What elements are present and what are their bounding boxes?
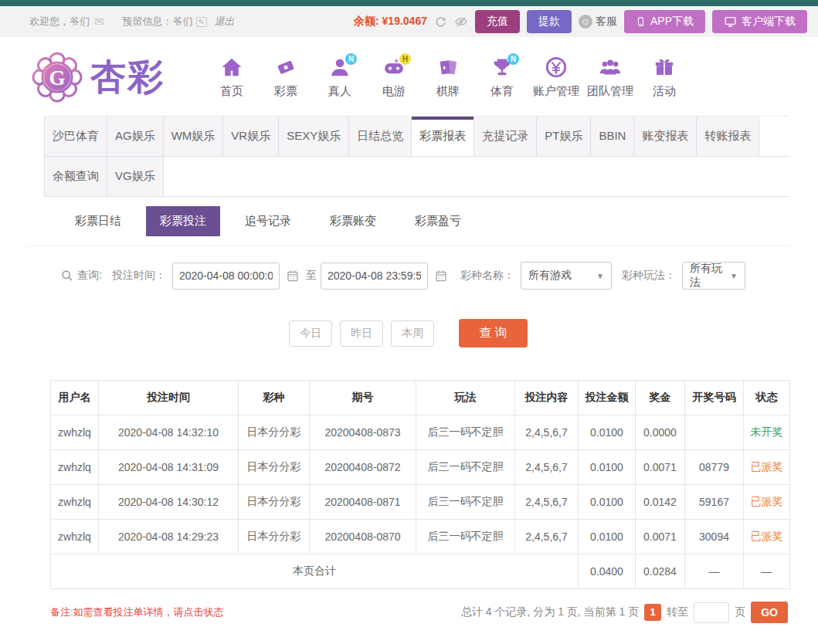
reserved-info-text: 预留信息：爷们: [123, 15, 193, 29]
customer-service-avatar-icon: ☺: [579, 15, 592, 29]
query-label: 查询:: [77, 269, 102, 283]
status-cell[interactable]: 已派奖: [744, 520, 790, 554]
amount-cell: 0.0100: [579, 450, 636, 485]
lottery-cell: 日本分分彩: [239, 520, 310, 554]
tab-row1-0[interactable]: 沙巴体育: [44, 117, 107, 156]
status-cell[interactable]: 已派奖: [744, 450, 790, 485]
tab-row1-1[interactable]: AG娱乐: [107, 117, 164, 156]
site-header: G 杏彩 首页彩票N真人H电游棋牌N体育账户管理团队管理活动: [27, 37, 789, 116]
goto-page-input[interactable]: [694, 602, 729, 623]
svg-text:G: G: [49, 66, 65, 90]
edit-icon[interactable]: ✎: [196, 17, 207, 27]
nav-item-trophy[interactable]: N体育: [475, 56, 529, 99]
nav-item-gamepad[interactable]: H电游: [367, 56, 421, 99]
yesterday-button[interactable]: 昨日: [340, 320, 383, 347]
nav-item-live-person[interactable]: N真人: [313, 56, 367, 99]
user-cell: zwhzlq: [51, 520, 99, 554]
amount-cell: 0.0100: [579, 485, 636, 520]
subtab-1[interactable]: 彩票投注: [146, 206, 220, 236]
bet-time-from-input[interactable]: [172, 263, 280, 290]
site-logo[interactable]: G 杏彩: [32, 52, 165, 103]
tab-row1-8[interactable]: PT娱乐: [537, 117, 591, 156]
tab-row2-1[interactable]: VG娱乐: [107, 157, 164, 196]
subtab-2[interactable]: 追号记录: [231, 206, 305, 236]
trophy-icon: N: [488, 56, 516, 82]
nav-item-label: 账户管理: [529, 84, 583, 99]
nav-item-yen-coin[interactable]: 账户管理: [529, 56, 583, 99]
main-card: G 杏彩 首页彩票N真人H电游棋牌N体育账户管理团队管理活动 沙巴体育AG娱乐W…: [27, 37, 789, 644]
subtab-0[interactable]: 彩票日结: [61, 206, 135, 236]
table-header-cell: 投注金额: [579, 381, 636, 415]
bet-time-to-input[interactable]: [321, 263, 428, 290]
eye-off-icon[interactable]: [454, 15, 468, 28]
tab-row1-6[interactable]: 彩票报表: [412, 117, 474, 156]
nav-item-home[interactable]: 首页: [205, 56, 259, 99]
status-cell[interactable]: 已派奖: [744, 485, 790, 520]
page-unit-label: 页: [735, 605, 745, 619]
tab-row-2: 余额查询VG娱乐: [44, 157, 789, 197]
nav-item-label: 彩票: [259, 84, 313, 99]
tab-row1-5[interactable]: 日结总览: [349, 117, 412, 156]
tab-row1-2[interactable]: WM娱乐: [164, 117, 224, 156]
subtab-3[interactable]: 彩票账变: [316, 206, 390, 236]
table-header-cell: 用户名: [51, 381, 99, 415]
app-download-button[interactable]: APP下载: [624, 10, 705, 33]
time-cell: 2020-04-08 14:31:09: [99, 450, 239, 485]
lottery-cell: 日本分分彩: [239, 450, 310, 485]
nav-item-ticket[interactable]: 彩票: [259, 56, 313, 99]
home-icon: [218, 56, 246, 82]
table-row: zwhzlq2020-04-08 14:29:23日本分分彩20200408-0…: [51, 520, 790, 554]
lottery-subtabs: 彩票日结彩票投注追号记录彩票账变彩票盈亏: [27, 197, 789, 246]
gamepad-icon: H: [380, 56, 408, 82]
summary-row: 本页合计0.04000.0284——: [51, 554, 790, 589]
table-header-cell: 投注内容: [515, 381, 579, 415]
tab-row1-11[interactable]: 转账报表: [697, 117, 759, 156]
lottery-name-select[interactable]: 所有游戏 ▼: [521, 262, 612, 290]
table-header-cell: 玩法: [416, 381, 515, 415]
chevron-down-icon: ▼: [730, 272, 738, 280]
pagination: 总计 4 个记录, 分为 1 页, 当前第 1 页 1 转至 页 GO: [461, 602, 788, 623]
refresh-icon[interactable]: [434, 15, 447, 29]
nav-item-gift[interactable]: 活动: [637, 56, 691, 99]
summary-amount-cell: 0.0400: [579, 554, 636, 589]
nav-item-label: 团队管理: [583, 84, 637, 99]
calendar-icon[interactable]: [435, 269, 447, 282]
tab-row1-9[interactable]: BBIN: [591, 117, 634, 156]
nav-item-cards[interactable]: 棋牌: [421, 56, 475, 99]
this-week-button[interactable]: 本周: [391, 320, 434, 347]
client-download-button[interactable]: 客户端下载: [712, 10, 807, 33]
current-page-badge[interactable]: 1: [644, 604, 661, 621]
top-accent-strip: [0, 0, 818, 6]
go-button[interactable]: GO: [751, 602, 788, 623]
subtab-4[interactable]: 彩票盈亏: [401, 206, 475, 236]
tab-row1-7[interactable]: 充提记录: [474, 117, 537, 156]
logout-link[interactable]: 退出: [215, 15, 235, 29]
tab-row1-4[interactable]: SEXY娱乐: [279, 117, 349, 156]
table-header-cell: 彩种: [239, 381, 310, 415]
app-download-label: APP下载: [650, 15, 694, 29]
status-cell[interactable]: 未开奖: [744, 415, 790, 450]
play-type-select[interactable]: 所有玩法 ▼: [682, 262, 745, 290]
nav-item-team[interactable]: 团队管理: [583, 56, 637, 99]
query-submit-button[interactable]: 查 询: [459, 319, 527, 347]
table-header-cell: 状态: [744, 381, 790, 415]
customer-service-link[interactable]: ☺ 客服: [579, 15, 617, 29]
prize-cell: 0.0071: [636, 520, 685, 554]
recharge-button[interactable]: 充值: [475, 10, 520, 33]
withdraw-button[interactable]: 提款: [527, 10, 572, 33]
today-button[interactable]: 今日: [289, 320, 332, 347]
mail-icon[interactable]: ✉: [94, 15, 104, 29]
user-cell: zwhzlq: [51, 485, 99, 520]
nav-item-label: 活动: [637, 84, 691, 99]
tab-row2-0[interactable]: 余额查询: [44, 157, 107, 196]
play-type-value: 所有玩法: [690, 262, 722, 290]
table-header-cell: 期号: [310, 381, 416, 415]
tab-row1-3[interactable]: VR娱乐: [223, 117, 279, 156]
draw-cell: [685, 415, 744, 450]
content-cell: 2,4,5,6,7: [515, 450, 579, 485]
time-cell: 2020-04-08 14:30:12: [99, 485, 239, 520]
goto-label: 转至: [667, 605, 688, 619]
calendar-icon[interactable]: [287, 269, 299, 282]
draw-cell: 59167: [685, 485, 744, 520]
tab-row1-10[interactable]: 账变报表: [634, 117, 697, 156]
